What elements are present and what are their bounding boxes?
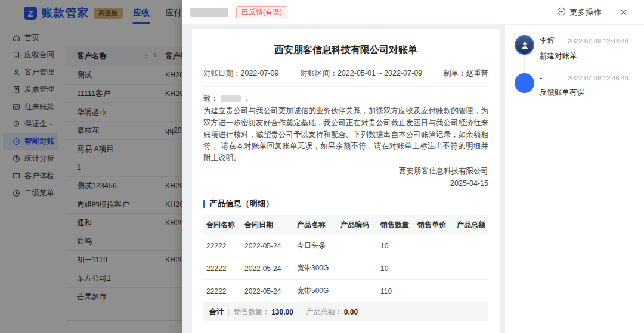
divider (203, 86, 488, 87)
col-product-code: 产品编码 (338, 215, 377, 235)
summary-total-label: 产品总额： (306, 307, 342, 317)
document-meta: 对账日期：2022-07-09 对账区间：2022-05-01 ~ 2022-0… (203, 69, 488, 79)
more-actions-label: 更多操作 (569, 7, 602, 18)
document-title: 西安朋客信息科技有限公司对账单 (203, 44, 488, 57)
activity-timestamp: 2022-07-09 12:44:40 (568, 38, 628, 45)
activity-user-name: - (540, 74, 542, 82)
product-row: 222222022-05-24宽带300G10 (203, 257, 488, 280)
product-table-header: 合同名称 合同日期 产品名称 产品编码 销售数量 销售单价 产品总额 (203, 215, 488, 235)
summary-prefix: 合计 (209, 307, 224, 317)
app-screen: Z 账款管家 高级版 应收 应付 核算 库存 首页 应收合同 客户管理 发票管理 (0, 0, 644, 333)
activity-item: 李辉 2022-07-09 12:44:40 新建对账单 (515, 35, 628, 73)
product-section-header: 产品信息（明细） (203, 198, 488, 209)
product-table: 合同名称 合同日期 产品名称 产品编码 销售数量 销售单价 产品总额 22222… (203, 215, 488, 303)
document-maker: 制单：赵重普 (444, 69, 488, 79)
col-sales-qty: 销售数量 (377, 215, 414, 235)
product-row: 222222022-05-24今日头条10 (203, 235, 488, 257)
salutation-suffix: ， (243, 94, 251, 104)
activity-action: 反馈账单有误 (540, 88, 628, 98)
field-value: 2022-07-09 (241, 69, 279, 77)
section-accent-bar (203, 200, 205, 208)
activity-timeline: 李辉 2022-07-09 12:44:40 新建对账单 - 2022-07-0… (505, 25, 644, 333)
activity-item: - 2022-07-09 12:46:43 反馈账单有误 (515, 73, 628, 110)
reconciliation-date: 对账日期：2022-07-09 (203, 69, 278, 79)
col-contract-name: 合同名称 (203, 215, 242, 235)
redacted-recipient (221, 95, 241, 102)
field-label: 对账日期： (203, 69, 241, 77)
more-actions-button[interactable]: 更多操作 (557, 7, 602, 18)
col-unit-price: 销售单价 (414, 215, 454, 235)
activity-timestamp: 2022-07-09 12:46:43 (568, 74, 628, 82)
signature-date: 2025-04-15 (203, 178, 488, 190)
field-label: 对账区间： (300, 69, 338, 77)
summary-qty-value: 130.00 (271, 308, 293, 316)
drawer-body: 西安朋客信息科技有限公司对账单 对账日期：2022-07-09 对账区间：202… (182, 25, 644, 333)
summary-total-value: 0.00 (344, 308, 358, 316)
redacted-title (190, 8, 228, 17)
signature-company: 西安朋客信息科技有限公司 (203, 165, 488, 178)
drawer-header: 已反馈(有误) 更多操作 (182, 0, 644, 25)
status-badge: 已反馈(有误) (236, 6, 287, 18)
col-product-total: 产品总额 (454, 215, 488, 235)
salutation-prefix: 致： (203, 94, 218, 104)
user-photo-avatar (515, 35, 534, 55)
salutation: 致： ， (203, 94, 488, 104)
activity-action: 新建对账单 (540, 51, 628, 61)
activity-user-name: 李辉 (540, 36, 555, 46)
reconciliation-period: 对账区间：2022-05-01 ~ 2022-07-09 (300, 69, 422, 79)
section-title: 产品信息（明细） (209, 198, 274, 209)
col-contract-date: 合同日期 (242, 215, 294, 235)
summary-pipe: | (228, 308, 230, 316)
close-icon[interactable] (620, 8, 627, 16)
statement-document: 西安朋客信息科技有限公司对账单 对账日期：2022-07-09 对账区间：202… (192, 29, 500, 333)
product-summary-row: 合计 | 销售数量： 130.00 产品总额： 0.00 (203, 303, 488, 321)
field-value: 2022-05-01 ~ 2022-07-09 (338, 69, 422, 77)
product-row: 222222022-05-24宽带500G110 (203, 280, 488, 303)
more-circle-icon (557, 7, 566, 18)
field-value: 赵重普 (466, 69, 489, 77)
summary-qty-label: 销售数量： (234, 307, 270, 317)
field-label: 制单： (444, 69, 466, 77)
statement-body-text: 为建立贵公司与我公司更加诚信的业务伙伴关系，加强双方应收及应付账款的管理，为双方… (203, 105, 488, 164)
user-blue-avatar (515, 73, 534, 93)
reconciliation-drawer: 已反馈(有误) 更多操作 西安朋客信息科技有限公司对账单 对账日期：2022-0… (182, 0, 644, 333)
signature-block: 西安朋客信息科技有限公司 2025-04-15 (203, 165, 488, 191)
col-product-name: 产品名称 (294, 215, 338, 235)
